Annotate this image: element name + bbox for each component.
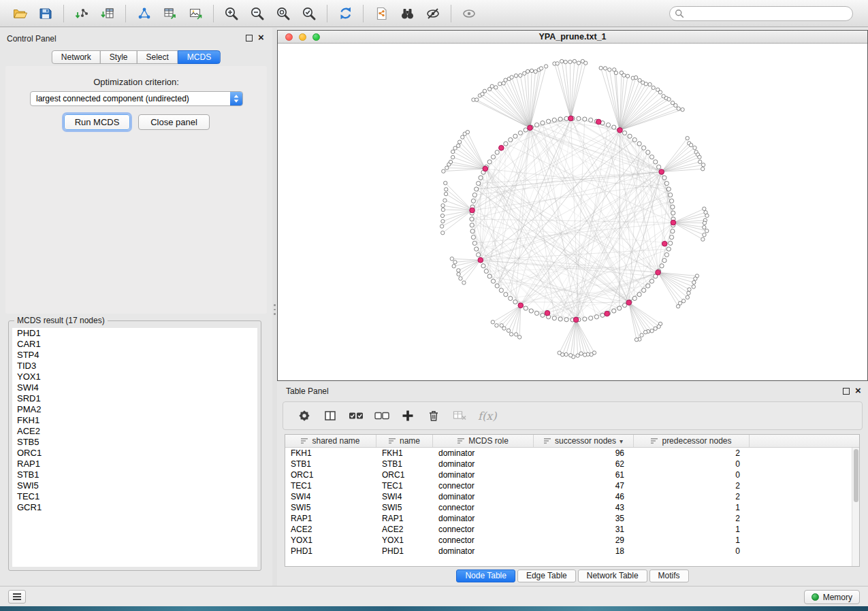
mcds-result-item[interactable]: ORC1 bbox=[12, 448, 257, 459]
table-row[interactable]: STB1 STB1 dominator 62 0 bbox=[285, 459, 859, 469]
tab-mcds[interactable]: MCDS bbox=[178, 50, 221, 64]
import-network-icon bbox=[74, 6, 89, 21]
table-row[interactable]: SWI4 SWI4 dominator 46 2 bbox=[285, 491, 859, 502]
header-predecessor-nodes[interactable]: predecessor nodes bbox=[634, 435, 750, 447]
table-panel: Table Panel × bbox=[277, 381, 868, 586]
mcds-result-item[interactable]: SRD1 bbox=[12, 393, 257, 404]
refresh-button[interactable] bbox=[332, 3, 358, 24]
header-successor-nodes[interactable]: successor nodes ▾ bbox=[534, 435, 634, 447]
delete-table-button[interactable] bbox=[448, 405, 471, 427]
hide-selected-button[interactable] bbox=[420, 3, 446, 24]
tab-node-table[interactable]: Node Table bbox=[456, 569, 515, 582]
toolbar-separator bbox=[63, 5, 64, 22]
cell-name: FKH1 bbox=[376, 448, 433, 458]
table-row[interactable]: SWI5 SWI5 connector 43 1 bbox=[285, 502, 859, 513]
mcds-result-item[interactable]: STB5 bbox=[12, 437, 257, 448]
mcds-result-item[interactable]: FKH1 bbox=[12, 415, 257, 426]
header-mcds-role[interactable]: MCDS role bbox=[433, 435, 534, 447]
table-settings-button[interactable] bbox=[293, 405, 316, 427]
cell-name: STB1 bbox=[376, 459, 433, 469]
mcds-result-item[interactable]: CAR1 bbox=[12, 339, 257, 350]
mcds-result-item[interactable]: STP4 bbox=[12, 350, 257, 361]
network-graph[interactable] bbox=[278, 44, 867, 380]
column-menu-arrow-icon[interactable]: ▾ bbox=[620, 437, 623, 445]
table-panel-close-button[interactable]: × bbox=[855, 384, 861, 397]
select-all-rows-button[interactable] bbox=[344, 405, 368, 427]
export-table-button[interactable] bbox=[157, 3, 182, 24]
control-panel-close-button[interactable]: × bbox=[258, 31, 264, 44]
cell-successor-nodes: 46 bbox=[534, 492, 634, 501]
export-image-button[interactable] bbox=[182, 3, 208, 24]
optimization-criterion-value: largest connected component (undirected) bbox=[31, 94, 230, 103]
mcds-result-item[interactable]: YOX1 bbox=[12, 371, 257, 382]
open-file-button[interactable] bbox=[7, 3, 33, 24]
panel-splitter[interactable] bbox=[272, 28, 277, 586]
export-network-button[interactable] bbox=[131, 3, 157, 24]
mcds-result-item[interactable]: GCR1 bbox=[12, 502, 257, 513]
share-network-icon bbox=[136, 6, 151, 21]
cell-successor-nodes: 62 bbox=[534, 459, 634, 469]
import-network-button[interactable] bbox=[69, 3, 95, 24]
header-label: name bbox=[400, 436, 420, 446]
mcds-result-item[interactable]: TID3 bbox=[12, 361, 257, 371]
header-name[interactable]: name bbox=[376, 435, 433, 447]
memory-button[interactable]: Memory bbox=[804, 590, 860, 604]
header-shared-name[interactable]: shared name bbox=[285, 435, 376, 447]
zoom-selected-button[interactable] bbox=[296, 3, 322, 24]
run-mcds-button[interactable]: Run MCDS bbox=[64, 114, 130, 130]
deselect-all-rows-button[interactable] bbox=[370, 405, 393, 427]
close-panel-button[interactable]: Close panel bbox=[138, 114, 210, 130]
table-row[interactable]: TEC1 TEC1 connector 47 2 bbox=[285, 480, 859, 491]
zoom-fit-button[interactable] bbox=[270, 3, 296, 24]
table-panel-float-button[interactable] bbox=[843, 388, 850, 395]
table-row[interactable]: PHD1 PHD1 dominator 18 0 bbox=[285, 546, 859, 557]
mcds-result-item[interactable]: STB1 bbox=[12, 469, 257, 480]
tab-select[interactable]: Select bbox=[137, 50, 178, 64]
mcds-result-item[interactable]: TEC1 bbox=[12, 491, 257, 502]
tab-network[interactable]: Network bbox=[52, 50, 101, 64]
table-toolbar: f(x) bbox=[283, 401, 863, 430]
table-row[interactable]: FKH1 FKH1 dominator 96 2 bbox=[285, 448, 859, 459]
create-column-button[interactable] bbox=[396, 405, 419, 427]
find-button[interactable] bbox=[394, 3, 420, 24]
table-row[interactable]: YOX1 YOX1 connector 29 1 bbox=[285, 535, 859, 546]
import-table-button[interactable] bbox=[95, 3, 120, 24]
control-panel-float-button[interactable] bbox=[246, 35, 253, 42]
zoom-in-icon bbox=[223, 5, 240, 22]
show-columns-button[interactable] bbox=[319, 405, 342, 427]
table-row[interactable]: ORC1 ORC1 dominator 61 0 bbox=[285, 469, 859, 480]
node-table: shared name name MCDS role successor nod… bbox=[285, 434, 860, 567]
table-row[interactable]: RAP1 RAP1 dominator 35 2 bbox=[285, 513, 859, 524]
status-menu-button[interactable] bbox=[8, 590, 26, 604]
mcds-result-item[interactable]: RAP1 bbox=[12, 459, 257, 469]
zoom-out-button[interactable] bbox=[244, 3, 270, 24]
main-toolbar bbox=[0, 0, 868, 27]
optimization-criterion-select[interactable]: largest connected component (undirected) bbox=[30, 91, 243, 106]
table-scrollbar-thumb[interactable] bbox=[854, 449, 858, 502]
tab-style[interactable]: Style bbox=[100, 50, 138, 64]
tab-edge-table[interactable]: Edge Table bbox=[517, 569, 576, 582]
cell-predecessor-nodes: 2 bbox=[634, 448, 750, 458]
mcds-result-item[interactable]: PHD1 bbox=[12, 328, 257, 339]
show-all-button[interactable] bbox=[456, 3, 482, 24]
function-builder-button[interactable]: f(x) bbox=[478, 410, 496, 423]
table-row[interactable]: ACE2 ACE2 connector 31 1 bbox=[285, 524, 859, 535]
tab-network-table[interactable]: Network Table bbox=[578, 569, 647, 582]
zoom-in-button[interactable] bbox=[219, 3, 244, 24]
search-input[interactable] bbox=[669, 6, 853, 21]
mcds-result-item[interactable]: SWI4 bbox=[12, 382, 257, 393]
cell-shared-name: SWI4 bbox=[285, 492, 376, 501]
search-field-wrap bbox=[669, 6, 853, 21]
tab-motifs[interactable]: Motifs bbox=[649, 569, 689, 582]
table-header-row: shared name name MCDS role successor nod… bbox=[285, 435, 859, 448]
network-window-titlebar[interactable]: YPA_prune.txt_1 bbox=[278, 31, 867, 44]
gear-icon bbox=[297, 408, 312, 423]
table-scrollbar[interactable] bbox=[852, 448, 859, 566]
mcds-result-item[interactable]: SWI5 bbox=[12, 480, 257, 491]
mcds-result-item[interactable]: PMA2 bbox=[12, 404, 257, 415]
mcds-result-item[interactable]: ACE2 bbox=[12, 426, 257, 437]
share-document-button[interactable] bbox=[368, 3, 394, 24]
mcds-result-list[interactable]: PHD1CAR1STP4TID3YOX1SWI4SRD1PMA2FKH1ACE2… bbox=[12, 328, 257, 567]
save-session-button[interactable] bbox=[33, 3, 59, 24]
delete-column-button[interactable] bbox=[422, 405, 445, 427]
